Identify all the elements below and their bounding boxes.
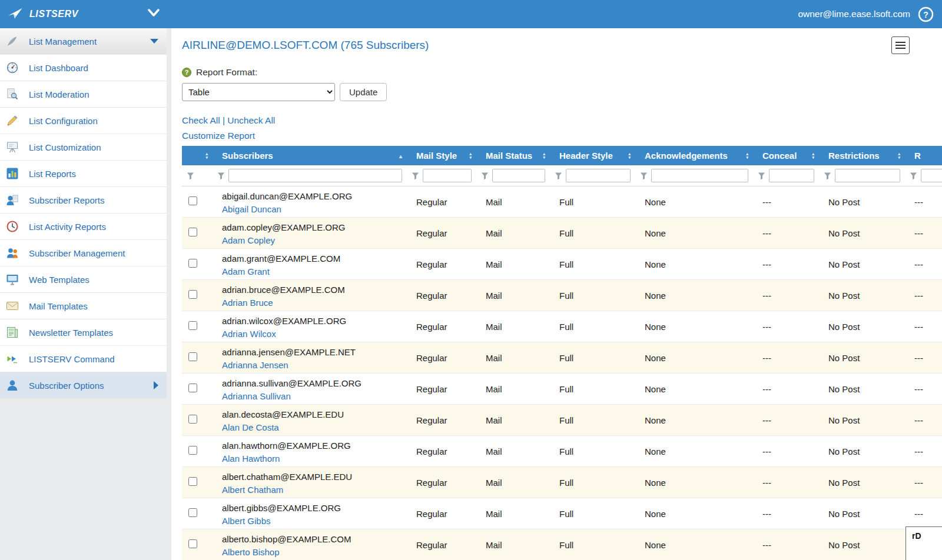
row-checkbox[interactable]: [188, 196, 197, 205]
subscriber-name-link[interactable]: Adam Grant: [222, 265, 270, 278]
sidebar-item-listserv-command[interactable]: LISTSERV Command: [0, 346, 167, 372]
subscriber-name-link[interactable]: Adrian Bruce: [222, 296, 273, 309]
filter-input-conceal[interactable]: [769, 169, 814, 182]
table-filter-row: [182, 165, 942, 186]
sort-both-icon[interactable]: ▴▾: [543, 152, 545, 159]
sidebar-item-list-activity-reports[interactable]: List Activity Reports: [0, 214, 167, 240]
filter-funnel-icon[interactable]: [412, 172, 419, 180]
cell-renewal: ---: [905, 374, 942, 405]
row-checkbox[interactable]: [188, 259, 197, 268]
subscriber-name-link[interactable]: Adam Copley: [222, 234, 275, 247]
row-checkbox[interactable]: [188, 508, 197, 517]
sidebar-item-web-templates[interactable]: Web Templates: [0, 266, 167, 293]
sort-ascending-icon[interactable]: ▴: [399, 152, 402, 159]
filter-funnel-icon[interactable]: [910, 172, 917, 180]
update-button[interactable]: Update: [340, 83, 387, 101]
column-label: Conceal: [762, 151, 797, 161]
subscriber-name-link[interactable]: Alan Hawthorn: [222, 452, 280, 465]
filter-input-mail-style[interactable]: [423, 169, 472, 182]
cell-mail-status: Mail: [476, 405, 550, 436]
customize-report-link[interactable]: Customize Report: [182, 131, 255, 141]
filter-input-acknowledgements[interactable]: [651, 169, 748, 182]
sidebar-item-mail-templates[interactable]: Mail Templates: [0, 293, 167, 319]
sort-both-icon[interactable]: ▴▾: [469, 152, 472, 159]
subscriber-name-link[interactable]: Albert Chatham: [222, 484, 283, 496]
chevron-down-icon[interactable]: [147, 8, 160, 18]
sidebar-item-list-moderation[interactable]: List Moderation: [0, 81, 167, 108]
sidebar-item-subscriber-reports[interactable]: Subscriber Reports: [0, 187, 167, 214]
sidebar-item-subscriber-options[interactable]: Subscriber Options: [0, 372, 167, 399]
filter-funnel-icon[interactable]: [187, 172, 194, 180]
sort-both-icon[interactable]: ▴▾: [812, 152, 814, 159]
sort-both-icon[interactable]: ▴▾: [746, 152, 748, 159]
sort-both-icon[interactable]: ▴▾: [205, 152, 208, 159]
column-header-r[interactable]: R ▴▾: [905, 146, 942, 165]
column-label: Mail Status: [486, 151, 532, 161]
row-checkbox[interactable]: [188, 539, 197, 548]
sidebar-item-newsletter-templates[interactable]: Newsletter Templates: [0, 319, 167, 346]
sidebar-item-list-reports[interactable]: List Reports: [0, 161, 167, 187]
column-label: Acknowledgements: [645, 151, 728, 161]
sidebar-item-list-dashboard[interactable]: List Dashboard: [0, 55, 167, 81]
column-header-select[interactable]: ▴▾: [182, 146, 213, 165]
cell-restrictions: No Post: [819, 529, 905, 560]
filter-funnel-icon[interactable]: [481, 172, 489, 180]
row-checkbox[interactable]: [188, 384, 197, 392]
sidebar-item-label: List Management: [29, 36, 97, 46]
filter-funnel-icon[interactable]: [640, 172, 648, 180]
filter-funnel-icon[interactable]: [824, 172, 831, 180]
row-checkbox[interactable]: [188, 477, 197, 486]
cell-mail-status: Mail: [476, 342, 550, 374]
filter-funnel-icon[interactable]: [555, 172, 562, 180]
cell-mail-style: Regular: [407, 529, 476, 560]
column-header-conceal[interactable]: Conceal ▴▾: [753, 146, 819, 165]
filter-input-r[interactable]: [921, 169, 942, 182]
column-header-mail-style[interactable]: Mail Style ▴▾: [407, 146, 476, 165]
sidebar-item-subscriber-management[interactable]: Subscriber Management: [0, 240, 167, 266]
menu-button[interactable]: [891, 36, 910, 54]
filter-input-mail-status[interactable]: [492, 169, 545, 182]
uncheck-all-link[interactable]: Uncheck All: [227, 115, 275, 125]
filter-input-subscribers[interactable]: [228, 169, 402, 182]
sidebar-item-label: List Dashboard: [29, 63, 88, 73]
help-circle-icon[interactable]: ?: [182, 68, 191, 77]
subscriber-name-link[interactable]: Abigail Duncan: [222, 203, 281, 216]
magnifier-document-icon: [6, 88, 21, 101]
check-all-link[interactable]: Check All: [182, 115, 220, 125]
filter-funnel-icon[interactable]: [217, 172, 225, 180]
sidebar-item-list-customization[interactable]: List Customization: [0, 134, 167, 161]
column-header-acknowledgements[interactable]: Acknowledgements ▴▾: [635, 146, 753, 165]
row-checkbox[interactable]: [188, 352, 197, 361]
row-checkbox[interactable]: [188, 290, 197, 299]
subscriber-email: alan.hawthorn@EXAMPLE.ORG: [222, 439, 402, 452]
row-checkbox[interactable]: [188, 415, 197, 424]
subscriber-name-link[interactable]: Alberto Bishop: [222, 546, 280, 559]
sidebar-item-list-configuration[interactable]: List Configuration: [0, 108, 167, 134]
help-button[interactable]: ?: [918, 6, 934, 22]
row-checkbox[interactable]: [188, 228, 197, 236]
sidebar-item-list-management[interactable]: List Management: [0, 28, 167, 55]
cell-acknowledgements: None: [635, 405, 753, 436]
subscriber-email: adrianna.jensen@EXAMPLE.NET: [222, 346, 402, 359]
column-header-restrictions[interactable]: Restrictions ▴▾: [819, 146, 905, 165]
row-checkbox[interactable]: [188, 321, 197, 330]
chevron-right-icon: [154, 381, 158, 389]
filter-input-restrictions[interactable]: [835, 169, 900, 182]
sidebar-item-label: List Customization: [29, 142, 101, 152]
hamburger-icon: [895, 42, 905, 43]
column-header-subscribers[interactable]: Subscribers ▴: [213, 146, 407, 165]
filter-funnel-icon[interactable]: [758, 172, 765, 180]
sort-both-icon[interactable]: ▴▾: [628, 152, 631, 159]
subscribers-table: ▴▾ Subscribers ▴ Mail Style ▴▾ Mail Stat…: [182, 146, 942, 560]
subscriber-name-link[interactable]: Albert Gibbs: [222, 515, 271, 528]
column-header-header-style[interactable]: Header Style ▴▾: [550, 146, 635, 165]
filter-input-header-style[interactable]: [566, 169, 631, 182]
sort-both-icon[interactable]: ▴▾: [898, 152, 900, 159]
subscriber-name-link[interactable]: Alan De Costa: [222, 421, 279, 434]
subscriber-name-link[interactable]: Adrianna Jensen: [222, 359, 288, 372]
subscriber-name-link[interactable]: Adrianna Sullivan: [222, 390, 291, 403]
subscriber-name-link[interactable]: Adrian Wilcox: [222, 328, 276, 341]
column-header-mail-status[interactable]: Mail Status ▴▾: [476, 146, 550, 165]
report-format-select[interactable]: Table: [182, 83, 335, 101]
row-checkbox[interactable]: [188, 446, 197, 455]
